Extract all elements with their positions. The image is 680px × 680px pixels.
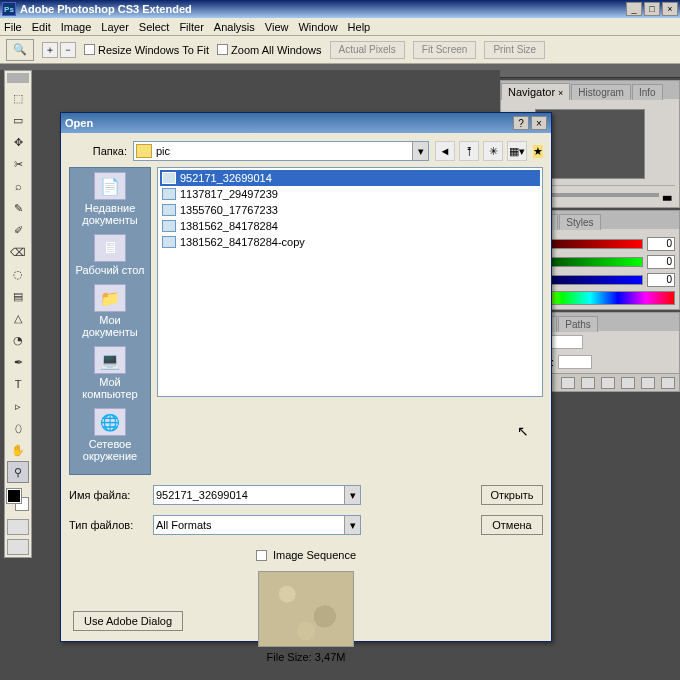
dock-strip[interactable] bbox=[500, 66, 680, 78]
file-item[interactable]: 1381562_84178284-copy bbox=[160, 234, 540, 250]
place-item[interactable]: 💻Мой компьютер bbox=[72, 346, 148, 400]
close-button[interactable]: × bbox=[662, 2, 678, 16]
tool-15[interactable]: ⬯ bbox=[7, 417, 29, 439]
current-tool-icon[interactable]: 🔍 bbox=[6, 39, 34, 61]
tool-5[interactable]: ✎ bbox=[7, 197, 29, 219]
file-list[interactable]: 952171_326990141137817_294972391355760_1… bbox=[157, 167, 543, 397]
place-item[interactable]: 📁Мои документы bbox=[72, 284, 148, 338]
tool-7[interactable]: ⌫ bbox=[7, 241, 29, 263]
folder-label: Папка: bbox=[69, 145, 127, 157]
tab-paths[interactable]: Paths bbox=[558, 316, 598, 332]
filename-combo[interactable]: 952171_32699014 ▾ bbox=[153, 485, 361, 505]
quickmask-button[interactable] bbox=[7, 519, 29, 535]
fit-screen-button[interactable]: Fit Screen bbox=[413, 41, 477, 59]
places-bar: 📄Недавние документы🖥Рабочий стол📁Мои док… bbox=[69, 167, 151, 475]
menu-window[interactable]: Window bbox=[298, 21, 337, 33]
options-bar: 🔍 ＋ － Resize Windows To Fit Zoom All Win… bbox=[0, 36, 680, 64]
chevron-down-icon[interactable]: ▾ bbox=[344, 516, 360, 534]
file-item[interactable]: 1381562_84178284 bbox=[160, 218, 540, 234]
print-size-button[interactable]: Print Size bbox=[484, 41, 545, 59]
place-item[interactable]: 🖥Рабочий стол bbox=[72, 234, 148, 276]
fill-input[interactable] bbox=[558, 355, 592, 369]
view-menu-icon[interactable]: ▦▾ bbox=[507, 141, 527, 161]
green-value[interactable]: 0 bbox=[647, 255, 675, 269]
zoom-in-mini-icon[interactable]: ▃ bbox=[663, 188, 671, 201]
place-item[interactable]: 🌐Сетевое окружение bbox=[72, 408, 148, 462]
file-item[interactable]: 1137817_29497239 bbox=[160, 186, 540, 202]
tool-11[interactable]: ◔ bbox=[7, 329, 29, 351]
new-layer-icon[interactable] bbox=[641, 377, 655, 389]
place-label: Сетевое окружение bbox=[72, 438, 148, 462]
back-icon[interactable]: ◄ bbox=[435, 141, 455, 161]
place-icon: 💻 bbox=[94, 346, 126, 374]
color-swatches[interactable] bbox=[7, 489, 29, 515]
cancel-button[interactable]: Отмена bbox=[481, 515, 543, 535]
menu-layer[interactable]: Layer bbox=[101, 21, 129, 33]
dialog-close-button[interactable]: × bbox=[531, 116, 547, 130]
chevron-down-icon[interactable]: ▾ bbox=[412, 142, 428, 160]
up-folder-icon[interactable]: ⭱ bbox=[459, 141, 479, 161]
tool-13[interactable]: T bbox=[7, 373, 29, 395]
tool-8[interactable]: ◌ bbox=[7, 263, 29, 285]
place-item[interactable]: 📄Недавние документы bbox=[72, 172, 148, 226]
menu-help[interactable]: Help bbox=[348, 21, 371, 33]
screenmode-button[interactable] bbox=[7, 539, 29, 555]
resize-windows-checkbox[interactable]: Resize Windows To Fit bbox=[84, 44, 209, 56]
chevron-down-icon[interactable]: ▾ bbox=[344, 486, 360, 504]
maximize-button[interactable]: □ bbox=[644, 2, 660, 16]
tool-10[interactable]: △ bbox=[7, 307, 29, 329]
actual-pixels-button[interactable]: Actual Pixels bbox=[330, 41, 405, 59]
zoom-in-icon[interactable]: ＋ bbox=[42, 42, 58, 58]
filetype-label: Тип файлов: bbox=[69, 519, 145, 531]
opacity-input[interactable] bbox=[549, 335, 583, 349]
filetype-combo[interactable]: All Formats ▾ bbox=[153, 515, 361, 535]
zoom-all-checkbox[interactable]: Zoom All Windows bbox=[217, 44, 321, 56]
tool-1[interactable]: ▭ bbox=[7, 109, 29, 131]
menu-file[interactable]: File bbox=[4, 21, 22, 33]
layer-fx-icon[interactable] bbox=[581, 377, 595, 389]
file-icon bbox=[162, 188, 176, 200]
image-sequence-checkbox[interactable] bbox=[256, 550, 267, 561]
tool-2[interactable]: ✥ bbox=[7, 131, 29, 153]
tool-12[interactable]: ✒ bbox=[7, 351, 29, 373]
favorites-icon[interactable]: ★ bbox=[533, 145, 543, 158]
tool-16[interactable]: ✋ bbox=[7, 439, 29, 461]
checkbox-icon bbox=[217, 44, 228, 55]
menu-edit[interactable]: Edit bbox=[32, 21, 51, 33]
menu-select[interactable]: Select bbox=[139, 21, 170, 33]
menu-analysis[interactable]: Analysis bbox=[214, 21, 255, 33]
tab-styles[interactable]: Styles bbox=[559, 214, 600, 230]
tab-navigator[interactable]: Navigator× bbox=[501, 83, 570, 100]
new-group-icon[interactable] bbox=[621, 377, 635, 389]
file-item[interactable]: 952171_32699014 bbox=[160, 170, 540, 186]
blue-value[interactable]: 0 bbox=[647, 273, 675, 287]
minimize-button[interactable]: _ bbox=[626, 2, 642, 16]
tab-info[interactable]: Info bbox=[632, 84, 663, 100]
tool-14[interactable]: ▹ bbox=[7, 395, 29, 417]
tool-6[interactable]: ✐ bbox=[7, 219, 29, 241]
tool-3[interactable]: ✂ bbox=[7, 153, 29, 175]
trash-icon[interactable] bbox=[661, 377, 675, 389]
menu-filter[interactable]: Filter bbox=[179, 21, 203, 33]
layer-mask-icon[interactable] bbox=[601, 377, 615, 389]
dialog-titlebar[interactable]: Open ? × bbox=[61, 113, 551, 133]
folder-value: pic bbox=[156, 145, 170, 157]
foreground-color-swatch[interactable] bbox=[7, 489, 21, 503]
menu-image[interactable]: Image bbox=[61, 21, 92, 33]
open-button[interactable]: Открыть bbox=[481, 485, 543, 505]
tool-4[interactable]: ⌕ bbox=[7, 175, 29, 197]
red-value[interactable]: 0 bbox=[647, 237, 675, 251]
zoom-out-icon[interactable]: － bbox=[60, 42, 76, 58]
toolbox-header[interactable] bbox=[7, 73, 29, 83]
file-item[interactable]: 1355760_17767233 bbox=[160, 202, 540, 218]
tool-0[interactable]: ⬚ bbox=[7, 87, 29, 109]
tab-histogram[interactable]: Histogram bbox=[571, 84, 631, 100]
tool-9[interactable]: ▤ bbox=[7, 285, 29, 307]
menu-view[interactable]: View bbox=[265, 21, 289, 33]
dialog-help-button[interactable]: ? bbox=[513, 116, 529, 130]
link-layers-icon[interactable] bbox=[561, 377, 575, 389]
new-folder-icon[interactable]: ✳ bbox=[483, 141, 503, 161]
tool-17[interactable]: ⚲ bbox=[7, 461, 29, 483]
use-adobe-dialog-button[interactable]: Use Adobe Dialog bbox=[73, 611, 183, 631]
folder-combo[interactable]: pic ▾ bbox=[133, 141, 429, 161]
